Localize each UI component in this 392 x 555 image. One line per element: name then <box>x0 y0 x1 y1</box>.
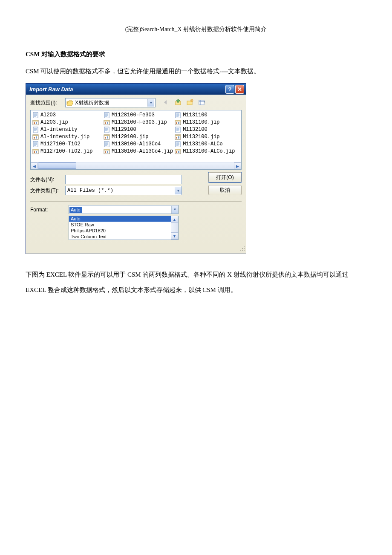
file-column-3: M1131100M1131100.jipM1132100M1132100.jip… <box>175 112 239 162</box>
up-one-level-button[interactable] <box>173 98 183 107</box>
format-list-scrollbar[interactable]: ▲ ▼ <box>171 216 178 240</box>
horizontal-scrollbar[interactable]: ◀ ▶ <box>31 162 241 169</box>
lookin-combo[interactable]: X射线衍射数据 ▼ <box>65 98 156 107</box>
format-dropdown-list[interactable]: Auto STOE Raw Philips APD1820 Two Column… <box>69 216 179 240</box>
dialog-body: 查找范围(I): X射线衍射数据 ▼ Al2O3Al2O3.jipAl-inte… <box>26 95 246 245</box>
file-item[interactable]: M1128100-Fe3O3 <box>104 112 175 118</box>
file-type-icon <box>175 127 182 133</box>
new-folder-icon <box>186 99 194 107</box>
file-item[interactable]: M1133100-ALCo <box>175 141 239 147</box>
file-name: M1133100-ALCo <box>183 141 223 147</box>
close-button[interactable]: ✕ <box>235 85 244 94</box>
file-type-icon <box>175 112 182 118</box>
filetype-combo[interactable]: All Files (*.*) ▼ <box>65 186 182 195</box>
views-icon <box>198 99 206 107</box>
scroll-right-button[interactable]: ▶ <box>234 162 241 170</box>
file-name: M1131100 <box>183 112 208 118</box>
file-item[interactable]: M1132100.jip <box>175 134 239 140</box>
file-name: M1131100.jip <box>183 119 219 125</box>
dialog-titlebar[interactable]: Import Raw Data ? ✕ <box>26 84 246 95</box>
file-type-icon <box>32 112 39 118</box>
format-option[interactable]: Two Column Text <box>69 234 178 240</box>
lookin-folder-text: X射线衍射数据 <box>75 99 147 107</box>
file-type-icon <box>175 134 182 140</box>
lookin-label: 查找范围(I): <box>30 99 65 107</box>
filename-label: 文件名(N): <box>30 176 65 183</box>
open-button[interactable]: 打开(O) <box>208 172 242 182</box>
filename-row: 文件名(N): <box>30 175 196 184</box>
lookin-dropdown-arrow-icon[interactable]: ▼ <box>147 99 154 107</box>
scroll-down-button[interactable]: ▼ <box>171 232 178 240</box>
file-name: M1129100.jip <box>112 134 148 140</box>
help-button[interactable]: ? <box>225 85 234 94</box>
file-item[interactable]: M1130100-Al13Co4 <box>104 141 175 147</box>
file-listbox[interactable]: Al2O3Al2O3.jipAl-intensityAl-intensity.j… <box>30 110 242 170</box>
file-type-icon <box>104 148 110 154</box>
file-type-icon <box>104 119 110 125</box>
file-item[interactable]: M1132100 <box>175 127 239 133</box>
titlebar-buttons: ? ✕ <box>225 85 244 94</box>
file-name: M1132100.jip <box>183 134 219 140</box>
filetype-value: All Files (*.*) <box>66 188 175 194</box>
cancel-button[interactable]: 取消 <box>208 185 242 195</box>
file-item[interactable]: M1127100-TiO2 <box>32 141 104 147</box>
file-item[interactable]: Al-intensity.jip <box>32 134 104 140</box>
scroll-up-button[interactable]: ▲ <box>171 216 178 223</box>
resize-grip-icon <box>239 245 245 251</box>
nav-toolbar <box>161 98 207 107</box>
folder-up-icon <box>174 99 182 107</box>
file-item[interactable]: M1127100-TiO2.jip <box>32 148 104 154</box>
folder-open-icon <box>66 100 73 106</box>
format-label: Format: <box>30 207 69 213</box>
file-name: M1133100-ALCo.jip <box>183 148 235 154</box>
file-item[interactable]: M1131100.jip <box>175 119 239 125</box>
new-folder-button[interactable] <box>185 98 195 107</box>
file-type-icon <box>32 134 39 140</box>
document-title: (完整)Search-Match_X 射线衍射数据分析软件使用简介 <box>26 26 366 33</box>
section-heading: CSM 对输入数据格式的要求 <box>26 50 366 58</box>
format-dropdown-arrow-icon[interactable]: ▼ <box>171 206 178 214</box>
format-combo[interactable]: Auto ▼ <box>69 205 179 214</box>
file-item[interactable]: M1129100.jip <box>104 134 175 140</box>
file-name: Al-intensity <box>40 127 77 133</box>
format-option[interactable]: Auto <box>69 216 178 222</box>
back-button[interactable] <box>161 98 171 107</box>
file-item[interactable]: Al2O3.jip <box>32 119 104 125</box>
lookin-row: 查找范围(I): X射线衍射数据 ▼ <box>30 98 242 107</box>
file-type-icon <box>175 148 182 154</box>
file-name: M1127100-TiO2 <box>40 141 81 147</box>
file-name: M1130100-Al13Co4 <box>112 141 161 147</box>
file-type-icon <box>32 119 39 125</box>
file-type-icon <box>104 112 110 118</box>
file-item[interactable]: Al-intensity <box>32 127 104 133</box>
file-item[interactable]: M1129100 <box>104 127 175 133</box>
action-buttons: 打开(O) 取消 <box>208 172 242 195</box>
views-menu-button[interactable] <box>197 98 207 107</box>
file-type-icon <box>104 141 110 147</box>
paragraph-2: 下图为 EXCEL 软件显示的可以用于 CSM 的两列数据格式。各种不同的 X … <box>26 267 366 298</box>
file-item[interactable]: M1128100-Fe3O3.jip <box>104 119 175 125</box>
filetype-dropdown-arrow-icon[interactable]: ▼ <box>175 187 182 194</box>
file-item[interactable]: M1131100 <box>175 112 239 118</box>
scroll-thumb[interactable] <box>38 162 76 169</box>
format-option[interactable]: Philips APD1820 <box>69 228 178 234</box>
file-type-icon <box>32 127 39 133</box>
file-item[interactable]: Al2O3 <box>32 112 104 118</box>
file-name: M1129100 <box>112 127 136 133</box>
filename-input[interactable] <box>65 175 182 184</box>
file-name: M1130100-Al13Co4.jip <box>112 148 173 154</box>
paragraph-1: CSM 可以使用的数据格式不多，但它允许使用最通用的一个数据格式----文本数据… <box>26 64 366 79</box>
file-name: Al2O3 <box>40 112 56 118</box>
file-name: Al-intensity.jip <box>40 134 89 140</box>
format-selected-value: Auto <box>69 207 82 213</box>
file-column-1: Al2O3Al2O3.jipAl-intensityAl-intensity.j… <box>32 112 104 162</box>
file-item[interactable]: M1133100-ALCo.jip <box>175 148 239 154</box>
file-item[interactable]: M1130100-Al13Co4.jip <box>104 148 175 154</box>
format-option[interactable]: STOE Raw <box>69 222 178 228</box>
scroll-left-button[interactable]: ◀ <box>31 162 38 170</box>
file-type-icon <box>175 119 182 125</box>
format-section: Format: Auto ▼ Auto STOE Raw Philips APD… <box>30 201 242 241</box>
resize-grip[interactable] <box>26 245 246 254</box>
scroll-track[interactable] <box>38 162 234 169</box>
file-name: M1128100-Fe3O3.jip <box>112 119 167 125</box>
